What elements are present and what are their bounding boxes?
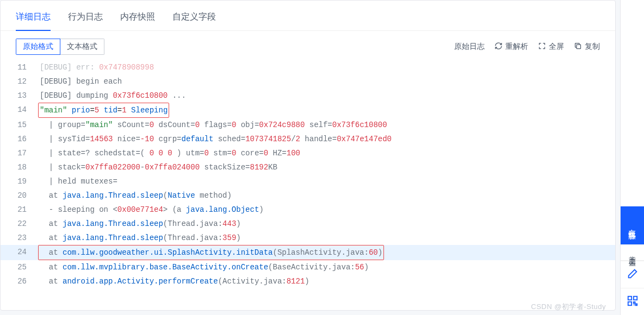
token: (Thread.java: [163,234,222,242]
token: 60 [369,248,378,257]
fullscreen-button[interactable]: 全屏 [538,42,564,52]
token: default [182,135,214,143]
format-btn-1[interactable]: 文本格式 [60,39,104,55]
tab-3[interactable]: 自定义字段 [172,7,216,30]
log-panel: 详细日志行为日志内存快照自定义字段 原始格式文本格式 原始日志 重解析 全屏 [0,0,616,311]
token: 0x7ffa024000 [145,163,200,172]
line-number: 18 [1,160,40,174]
token: obj= [236,121,259,129]
token: Native [168,191,195,200]
token: 359 [222,234,236,242]
line-content: "main" prio=5 tid=1 Sleeping [40,103,615,118]
svg-rect-3 [628,302,631,305]
token: cgrp= [154,135,181,143]
tabs: 详细日志行为日志内存快照自定义字段 [1,1,615,31]
code-viewer[interactable]: 11[DEBUG] err: 0x747890899812[DEBUG] beg… [1,60,615,310]
toolbar: 原始格式文本格式 原始日志 重解析 全屏 [1,31,615,60]
line-content: at java.lang.Thread.sleep(Thread.java:35… [40,231,615,245]
code-line: 21 - sleeping on <0x00e771e4> (a java.la… [1,203,615,217]
code-line: 23 at java.lang.Thread.sleep(Thread.java… [1,231,615,245]
token: ) [378,248,382,257]
line-number: 25 [1,260,40,274]
copy-label: 复制 [585,42,600,52]
line-number: 24 [1,245,40,259]
edit-button[interactable] [621,261,645,288]
line-content: [DEBUG] err: 0x7478908998 [40,60,615,74]
token: 14563 [90,135,113,143]
token: java.lang.Thread.sleep [63,191,163,200]
code-line: 15 | group="main" sCount=0 dsCount=0 fla… [1,118,615,132]
line-number: 19 [1,174,40,188]
token: nice= [113,135,140,143]
token: 0x73f6c10800 [113,91,168,100]
token: 0 [264,149,268,158]
line-content: [DEBUG] begin each [40,74,615,89]
tab-2[interactable]: 内存快照 [120,7,155,30]
token: at [40,263,63,272]
token: 5 [95,106,99,115]
token: 0x7ffa022000 [85,163,140,172]
line-content: | stack=0x7ffa022000-0x7ffa024000 stackS… [40,160,615,174]
expand-icon [538,42,546,52]
token: 1073741825 [245,135,291,143]
online-service-button[interactable]: 在线客服 [621,206,645,244]
palm-umeng-button[interactable]: 掌上友盟 [621,244,645,261]
refresh-icon [494,42,503,52]
token: handle= [300,135,337,143]
code-line: 26 at android.app.Activity.performCreate… [1,274,615,288]
code-line: 22 at java.lang.Thread.sleep(Thread.java… [1,217,615,231]
line-content: at java.lang.Thread.sleep(Thread.java:44… [40,217,615,231]
token: 0x00e771e4 [117,205,163,214]
watermark: CSDN @初学者-Study [531,302,606,312]
token: ) [236,219,240,228]
token: ) [259,205,263,214]
token: sCount= [113,121,149,129]
code-line: 16 | sysTid=14563 nice=-10 cgrp=default … [1,132,615,146]
format-btn-0[interactable]: 原始格式 [16,39,60,55]
line-number: 13 [1,89,40,103]
code-line: 13[DEBUG] dumping 0x73f6c10800 ... [1,89,615,103]
token: "main" [40,106,67,115]
line-number: 23 [1,231,40,245]
token: (BaseActivity.java: [268,263,355,272]
highlight-box: "main" prio=5 tid=1 Sleeping [38,103,169,118]
token: | group= [40,121,85,129]
line-content: at com.llw.goodweather.ui.SplashActivity… [40,245,615,260]
copy-button[interactable]: 复制 [574,42,600,52]
token: / [291,135,295,143]
line-content: | held mutexes= [40,174,615,188]
token: ... [168,91,186,100]
token: = [90,106,94,115]
token: tid [99,106,117,115]
token: = [117,106,122,115]
code-line: 25 at com.llw.mvplibrary.base.BaseActivi… [1,260,615,274]
copy-icon [574,42,582,52]
tab-0[interactable]: 详细日志 [16,7,51,30]
token: 0x724c9880 [259,121,305,129]
line-number: 22 [1,217,40,231]
qr-button[interactable] [621,288,645,315]
token: (Activity.java: [218,277,287,286]
qr-icon [627,295,639,308]
token: HZ= [268,149,287,158]
token: > (a [163,205,186,214]
token: 0 [150,121,154,129]
line-number: 20 [1,188,40,203]
reparse-button[interactable]: 重解析 [494,42,528,52]
token: java.lang.Thread.sleep [63,234,163,242]
token: | held mutexes= [40,177,117,186]
token: at [40,277,63,286]
code-line: 14"main" prio=5 tid=1 Sleeping [1,103,615,118]
token: 0x7478908998 [99,63,154,72]
line-content: [DEBUG] dumping 0x73f6c10800 ... [40,89,615,103]
line-content: | group="main" sCount=0 dsCount=0 flags=… [40,118,615,132]
token: | stack= [40,163,85,172]
line-number: 26 [1,274,40,288]
highlight-box: at com.llw.goodweather.ui.SplashActivity… [38,245,384,260]
token: 1 [122,106,126,115]
token: at [40,234,63,242]
edit-icon [627,268,639,281]
token: android.app.Activity.performCreate [63,277,218,286]
tab-1[interactable]: 行为日志 [68,7,103,30]
token: com.llw.mvplibrary.base.BaseActivity.onC… [63,263,268,272]
